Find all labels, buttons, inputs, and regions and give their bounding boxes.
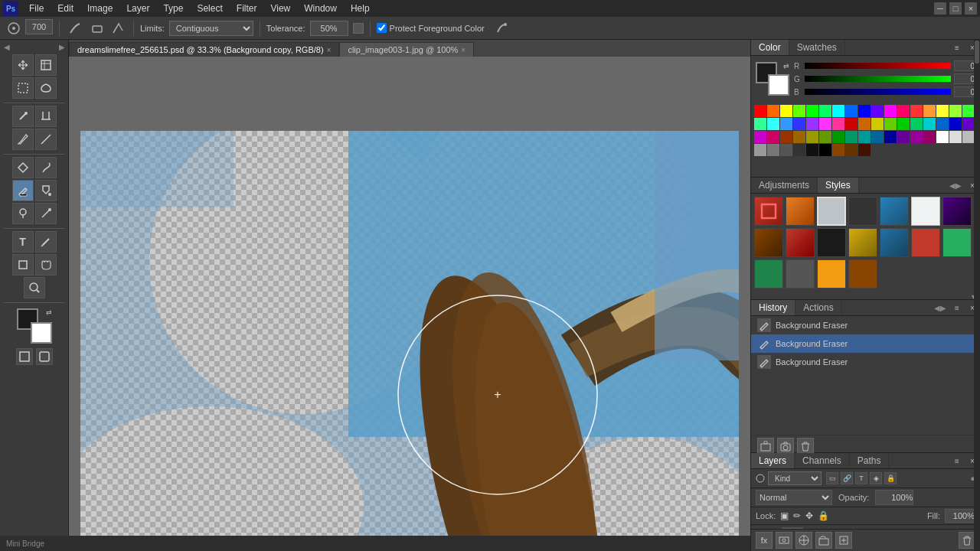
frame-mode[interactable] <box>36 348 53 365</box>
swatch-66cc00[interactable] <box>884 118 897 130</box>
limits-select[interactable]: Contiguous Discontiguous Find Edges <box>169 21 253 36</box>
swatch-009966[interactable] <box>845 131 858 143</box>
artboard-tool[interactable] <box>35 54 57 76</box>
swatch-009900[interactable] <box>832 131 844 143</box>
adj-menu-btn[interactable]: ◀▶ <box>946 181 965 190</box>
canvas-area[interactable]: + <box>69 57 750 536</box>
swap-icon[interactable]: ⇄ <box>783 62 789 70</box>
lock-all-icon[interactable]: 🔒 <box>818 510 829 521</box>
style-item-7[interactable] <box>942 197 972 226</box>
delete-layer-btn[interactable] <box>959 532 975 549</box>
history-delete-btn[interactable] <box>797 438 814 455</box>
wand-tool[interactable] <box>12 106 34 127</box>
menu-select[interactable]: Select <box>191 2 228 15</box>
swatch-777777[interactable] <box>767 144 779 156</box>
history-snapshot-btn[interactable] <box>757 438 774 455</box>
add-style-btn[interactable]: fx <box>756 532 773 549</box>
tool-icon-3[interactable] <box>109 19 127 37</box>
move-tool[interactable] <box>12 54 34 76</box>
screen-mode[interactable] <box>16 348 33 365</box>
filter-fx-icon[interactable]: T <box>855 472 867 484</box>
filter-smart-icon[interactable]: ◈ <box>870 472 882 484</box>
swatch-0000ff[interactable] <box>858 105 871 117</box>
style-item-9[interactable] <box>786 228 815 257</box>
swatch-999999[interactable] <box>754 144 766 156</box>
brush-tool[interactable] <box>35 157 57 178</box>
swatch-00ff66[interactable] <box>819 105 831 117</box>
fill-input[interactable]: 100% <box>945 509 975 523</box>
history-item-2[interactable]: Background Eraser <box>751 334 980 353</box>
protect-fg-checkbox[interactable] <box>377 23 387 33</box>
style-item-1[interactable] <box>754 197 783 226</box>
color-panel-menu[interactable]: ≡ <box>949 40 965 55</box>
doc-tab-1-close[interactable]: × <box>327 46 332 54</box>
swap-colors[interactable]: ⇄ <box>46 308 52 316</box>
style-item-13[interactable] <box>911 228 940 257</box>
paint-bucket-tool[interactable] <box>35 180 57 201</box>
swatch-33ffff[interactable] <box>767 118 779 130</box>
swatch-0066cc[interactable] <box>936 118 949 130</box>
swatch-999900[interactable] <box>806 131 818 143</box>
swatches-tab[interactable]: Swatches <box>789 40 845 55</box>
lock-paint-icon[interactable]: ✏ <box>793 510 801 521</box>
swatch-ff3399[interactable] <box>832 118 844 130</box>
color-picker[interactable]: ⇄ <box>17 308 52 344</box>
swatch-00ffff[interactable] <box>832 105 844 117</box>
swatch-ff9933[interactable] <box>923 105 936 117</box>
swatch-00cc00[interactable] <box>897 118 910 130</box>
eraser-tool[interactable] <box>12 180 34 201</box>
swatch-441100[interactable] <box>858 144 871 156</box>
menu-layer[interactable]: Layer <box>120 2 155 15</box>
rect-shape-tool[interactable] <box>12 254 34 276</box>
style-item-5[interactable] <box>880 197 909 226</box>
swatch-111111[interactable] <box>806 144 818 156</box>
swatch-ff33ff[interactable] <box>819 118 831 130</box>
swatch-ff3333[interactable] <box>910 105 923 117</box>
ruler-tool[interactable] <box>35 129 57 150</box>
swatch-000000[interactable] <box>819 144 831 156</box>
swatch-ffff00[interactable] <box>780 105 792 117</box>
swatch-660099[interactable] <box>897 131 910 143</box>
style-item-2[interactable] <box>786 197 815 226</box>
swatch-ffff33[interactable] <box>936 105 949 117</box>
history-menu[interactable]: ≡ <box>949 300 965 315</box>
add-mask-btn[interactable] <box>776 532 792 549</box>
swatch-ff0000[interactable] <box>754 105 766 117</box>
style-item-8[interactable] <box>754 228 783 257</box>
path-select-tool[interactable] <box>35 231 57 253</box>
swatch-6600ff[interactable] <box>871 105 884 117</box>
doc-tab-1[interactable]: dreamslimefree_256615.psd @ 33.3% (Backg… <box>69 42 339 57</box>
tolerance-slider[interactable] <box>353 23 364 34</box>
lock-move-icon[interactable]: ✥ <box>805 510 813 521</box>
swatch-66ff00[interactable] <box>793 105 805 117</box>
swatch-0000cc[interactable] <box>949 118 962 130</box>
style-item-10[interactable] <box>817 228 846 257</box>
swatch-555555[interactable] <box>780 144 792 156</box>
swatch-ff6600[interactable] <box>767 105 779 117</box>
r-slider[interactable] <box>805 63 951 69</box>
healing-tool[interactable] <box>12 157 34 178</box>
blend-mode-select[interactable]: Normal Multiply Screen Overlay <box>756 490 832 505</box>
swatch-6600cc[interactable] <box>962 118 975 130</box>
swatch-990066[interactable] <box>923 131 936 143</box>
b-value[interactable] <box>954 86 975 97</box>
paths-tab[interactable]: Paths <box>850 453 890 468</box>
style-item-6[interactable] <box>911 197 940 226</box>
style-item-15[interactable] <box>754 259 783 289</box>
text-tool[interactable]: T <box>12 231 34 253</box>
style-item-17[interactable] <box>817 259 846 289</box>
layers-tab[interactable]: Layers <box>751 453 795 468</box>
minimize-btn[interactable]: ─ <box>934 2 946 15</box>
swatch-3333ff[interactable] <box>793 118 805 130</box>
adjustment-layer-btn[interactable] <box>795 532 812 549</box>
swatch-cc0000[interactable] <box>845 118 858 130</box>
swatch-9933ff[interactable] <box>806 118 818 130</box>
swatch-33ff99[interactable] <box>754 118 766 130</box>
right-panel-scrollbar[interactable] <box>974 40 980 551</box>
pen-tool[interactable] <box>35 203 57 224</box>
history-arrows[interactable]: ◀▶ <box>931 304 949 312</box>
sample-icon[interactable] <box>492 19 511 37</box>
fg-bg-selector[interactable]: ⇄ <box>756 62 789 96</box>
eraser-icon[interactable] <box>87 19 106 37</box>
crop-tool[interactable] <box>35 106 57 127</box>
